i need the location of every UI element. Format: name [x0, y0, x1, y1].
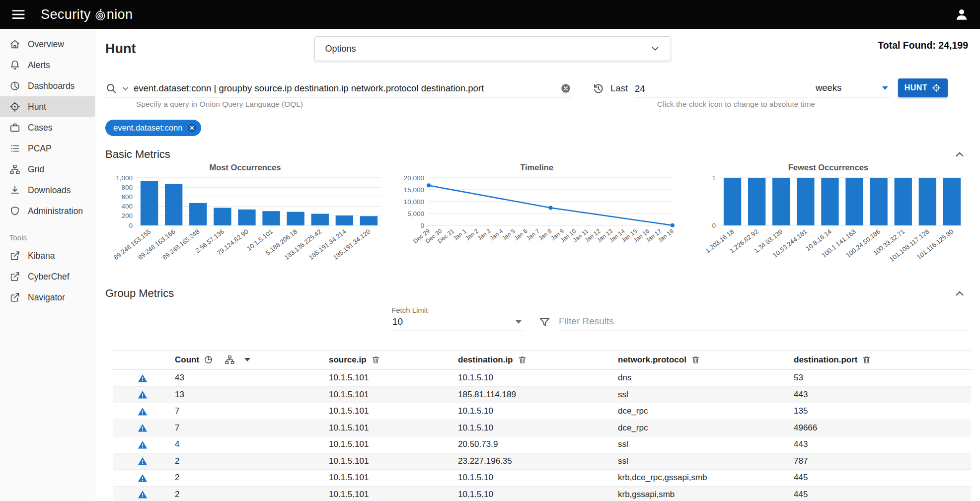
- cell-source-ip[interactable]: 10.1.5.101: [326, 420, 455, 436]
- user-icon[interactable]: [954, 7, 969, 22]
- cell-count[interactable]: 13: [172, 386, 326, 403]
- column-count[interactable]: Count: [172, 351, 326, 370]
- time-value-input[interactable]: [635, 83, 808, 94]
- cell-count[interactable]: 7: [172, 420, 326, 436]
- warning-triangle-icon[interactable]: [138, 407, 148, 417]
- pie-chart-icon[interactable]: [204, 355, 213, 364]
- warning-triangle-icon[interactable]: [138, 390, 148, 400]
- cell-destination-ip[interactable]: 10.1.5.10: [455, 370, 615, 387]
- sidebar-item-overview[interactable]: Overview: [0, 34, 95, 55]
- remove-filter-icon[interactable]: [187, 123, 197, 133]
- cell-source-ip[interactable]: 10.1.5.101: [326, 403, 455, 420]
- sidebar-item-pcap[interactable]: PCAP: [0, 138, 95, 159]
- sidebar-item-dashboards[interactable]: Dashboards: [0, 75, 95, 96]
- group-by-icon[interactable]: [225, 355, 235, 365]
- trash-icon[interactable]: [862, 355, 871, 364]
- cell-source-ip[interactable]: 10.1.5.101: [326, 453, 455, 470]
- trash-icon[interactable]: [518, 355, 527, 364]
- cell-network-protocol[interactable]: ssl: [615, 453, 791, 470]
- warning-triangle-icon[interactable]: [138, 490, 148, 500]
- row-action-cell[interactable]: [113, 470, 172, 487]
- warning-triangle-icon[interactable]: [138, 456, 148, 466]
- cell-destination-port[interactable]: 135: [791, 403, 971, 420]
- cell-network-protocol[interactable]: ssl: [615, 386, 791, 403]
- hunt-button[interactable]: HUNT: [898, 78, 948, 97]
- cell-destination-ip[interactable]: 10.1.5.10: [455, 403, 615, 420]
- cell-destination-ip[interactable]: 185.81.114.189: [455, 386, 615, 403]
- sidebar-item-alerts[interactable]: Alerts: [0, 55, 95, 75]
- trash-icon[interactable]: [371, 355, 380, 364]
- cell-source-ip[interactable]: 10.1.5.101: [326, 470, 455, 487]
- cell-destination-ip[interactable]: 23.227.196.35: [455, 453, 615, 470]
- cell-count[interactable]: 43: [172, 370, 326, 387]
- cell-destination-port[interactable]: 443: [791, 436, 971, 453]
- cell-count[interactable]: 2: [172, 470, 326, 487]
- cell-source-ip[interactable]: 10.1.5.101: [326, 436, 455, 453]
- cell-destination-port[interactable]: 445: [791, 486, 971, 501]
- search-icon[interactable]: [105, 82, 117, 94]
- time-unit-select[interactable]: weeks: [815, 82, 890, 97]
- cell-network-protocol[interactable]: krb,dce_rpc,gssapi,smb: [615, 470, 791, 487]
- cell-count[interactable]: 7: [172, 403, 326, 420]
- history-clock-icon[interactable]: [592, 82, 604, 95]
- bar-chart-most-occurrences[interactable]: 02004006008001,00089.248.163.15589.248.1…: [105, 174, 385, 275]
- column-destination-ip[interactable]: destination.ip: [455, 351, 615, 370]
- sidebar-item-cyberchef[interactable]: CyberChef: [0, 266, 95, 287]
- warning-triangle-icon[interactable]: [138, 440, 148, 450]
- row-action-cell[interactable]: [113, 436, 172, 453]
- column-menu-caret-icon[interactable]: [244, 358, 250, 361]
- cell-destination-ip[interactable]: 10.1.5.10: [455, 470, 615, 487]
- cell-network-protocol[interactable]: krb,gssapi,smb: [615, 486, 791, 501]
- sidebar-item-kibana[interactable]: Kibana: [0, 245, 95, 266]
- cell-network-protocol[interactable]: ssl: [615, 436, 791, 453]
- cell-destination-ip[interactable]: 20.50.73.9: [455, 436, 615, 453]
- clear-query-icon[interactable]: [560, 83, 571, 94]
- row-action-cell[interactable]: [113, 403, 172, 420]
- sidebar-item-downloads[interactable]: Downloads: [0, 180, 95, 201]
- cell-destination-ip[interactable]: 10.1.5.10: [455, 420, 615, 436]
- cell-source-ip[interactable]: 10.1.5.101: [326, 386, 455, 403]
- bar-chart-fewest-occurrences[interactable]: 011.203.16.181.226.62.921.34.93.13910.53…: [688, 174, 968, 275]
- row-action-cell[interactable]: [113, 386, 172, 403]
- basic-metrics-collapse-button[interactable]: [953, 148, 966, 161]
- cell-destination-port[interactable]: 443: [791, 386, 971, 403]
- row-action-cell[interactable]: [113, 453, 172, 470]
- sidebar-item-cases[interactable]: Cases: [0, 117, 95, 138]
- cell-network-protocol[interactable]: dce_rpc: [615, 403, 791, 420]
- row-action-cell[interactable]: [113, 486, 172, 501]
- sidebar-item-administration[interactable]: Administration: [0, 201, 95, 221]
- options-expander[interactable]: Options: [314, 36, 671, 61]
- cell-destination-port[interactable]: 787: [791, 453, 971, 470]
- cell-destination-port[interactable]: 53: [791, 370, 971, 387]
- menu-icon[interactable]: [11, 7, 26, 22]
- sidebar-item-navigator[interactable]: Navigator: [0, 287, 95, 308]
- filter-chip[interactable]: event.dataset:conn: [105, 120, 201, 136]
- line-chart-timeline[interactable]: 05,00010,00015,00020,000Dec 29Dec 30Dec …: [397, 174, 677, 275]
- sidebar-item-grid[interactable]: Grid: [0, 159, 95, 180]
- filter-results-input[interactable]: [559, 316, 968, 327]
- cell-destination-port[interactable]: 49666: [791, 420, 971, 436]
- group-metrics-collapse-button[interactable]: [953, 287, 966, 300]
- sidebar-item-hunt[interactable]: Hunt: [0, 96, 95, 117]
- cell-destination-port[interactable]: 445: [791, 470, 971, 487]
- trash-icon[interactable]: [691, 355, 700, 364]
- fetch-limit-select[interactable]: Fetch Limit 10: [391, 306, 524, 331]
- query-history-caret-icon[interactable]: [122, 85, 129, 92]
- column-network-protocol[interactable]: network.protocol: [615, 351, 791, 370]
- row-action-cell[interactable]: [113, 370, 172, 387]
- cell-source-ip[interactable]: 10.1.5.101: [326, 486, 455, 501]
- cell-source-ip[interactable]: 10.1.5.101: [326, 370, 455, 387]
- column-source-ip[interactable]: source.ip: [326, 351, 455, 370]
- cell-destination-ip[interactable]: 10.1.5.10: [455, 486, 615, 501]
- query-input[interactable]: [134, 83, 556, 94]
- cell-network-protocol[interactable]: dns: [615, 370, 791, 387]
- warning-triangle-icon[interactable]: [138, 373, 148, 383]
- warning-triangle-icon[interactable]: [138, 423, 148, 433]
- cell-network-protocol[interactable]: dce_rpc: [615, 420, 791, 436]
- warning-triangle-icon[interactable]: [138, 473, 148, 483]
- cell-count[interactable]: 2: [172, 453, 326, 470]
- cell-count[interactable]: 2: [172, 486, 326, 501]
- column-destination-port[interactable]: destination.port: [791, 351, 971, 370]
- row-action-cell[interactable]: [113, 420, 172, 436]
- cell-count[interactable]: 4: [172, 436, 326, 453]
